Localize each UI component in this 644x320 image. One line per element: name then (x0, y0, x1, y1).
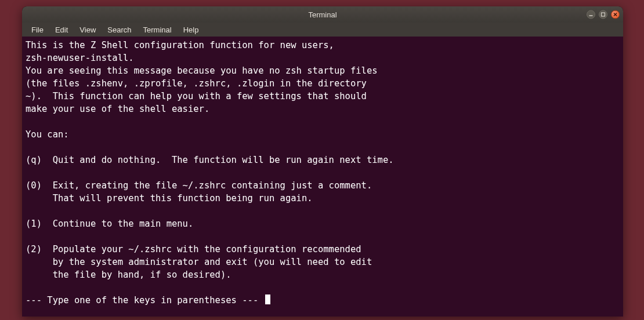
svg-rect-1 (602, 13, 605, 16)
close-button[interactable] (611, 10, 620, 19)
terminal-window: Terminal File Edit View Search Terminal … (22, 6, 623, 317)
terminal-output: This is the Z Shell configuration functi… (26, 40, 394, 280)
window-controls (587, 10, 620, 19)
maximize-icon (600, 12, 606, 17)
window-titlebar[interactable]: Terminal (22, 6, 623, 23)
terminal-prompt: --- Type one of the keys in parentheses … (26, 295, 264, 306)
menu-view[interactable]: View (75, 24, 100, 35)
window-title: Terminal (22, 10, 623, 19)
menu-edit[interactable]: Edit (50, 24, 73, 35)
menu-search[interactable]: Search (103, 24, 136, 35)
maximize-button[interactable] (599, 10, 607, 19)
menubar: File Edit View Search Terminal Help (22, 23, 623, 37)
minimize-button[interactable] (587, 10, 595, 19)
menu-terminal[interactable]: Terminal (139, 24, 176, 35)
minimize-icon (588, 12, 594, 17)
cursor-block (265, 294, 270, 304)
menu-help[interactable]: Help (179, 24, 204, 35)
close-icon (613, 12, 618, 17)
terminal-viewport[interactable]: This is the Z Shell configuration functi… (22, 37, 623, 317)
menu-file[interactable]: File (27, 24, 48, 35)
